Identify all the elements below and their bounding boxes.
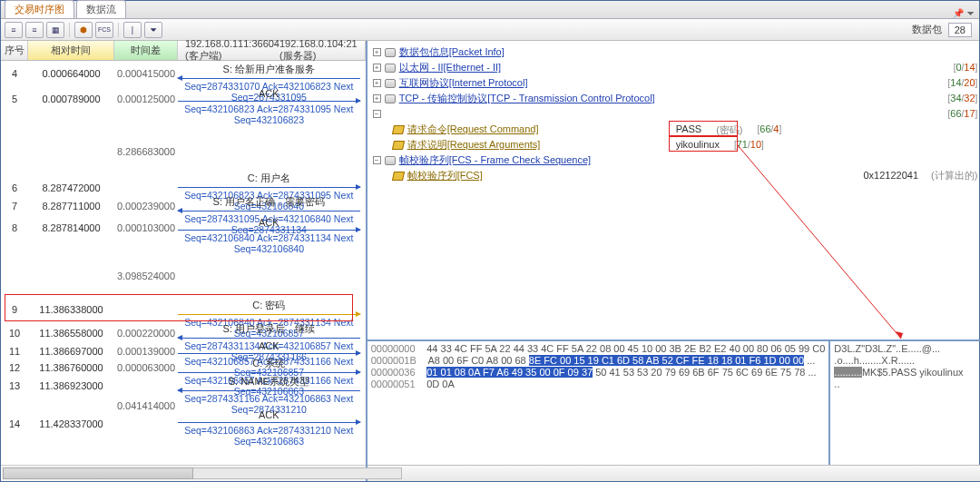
toolbar-label: 数据包: [912, 23, 942, 36]
red-box-args: [669, 136, 738, 152]
tb-btn-1[interactable]: ≡: [5, 22, 23, 38]
tag-icon: [392, 125, 405, 134]
packet-tree: +数据包信息[Packet Info] +以太网 - II[Ethernet -…: [368, 41, 980, 341]
highlight-row: [5, 294, 353, 321]
tab-sequence[interactable]: 交易时序图: [5, 0, 74, 18]
col-delta[interactable]: 时间差: [114, 41, 178, 60]
tag-icon: [392, 141, 405, 150]
tb-btn-drop[interactable]: ⏷: [144, 22, 162, 38]
tree-tcp[interactable]: +TCP - 传输控制协议[TCP - Transmission Control…: [373, 91, 978, 106]
seq-arrow[interactable]: ACKSeq=432106823 Ack=2874331095 Next Seq…: [178, 88, 360, 125]
app-root: 交易时序图 数据流 📌 ⏷ ≡ ≡ ▦ ⬢ FCS | ⏷ 数据包 28 序号 …: [0, 0, 980, 482]
left-scrollbar[interactable]: [1, 465, 366, 481]
toolbar-value: 28: [948, 23, 972, 37]
tag-icon: [392, 172, 405, 181]
tb-btn-3[interactable]: ▦: [46, 22, 64, 38]
tb-btn-pipe[interactable]: |: [123, 22, 142, 38]
red-box-pass: [669, 121, 738, 136]
toolbar: ≡ ≡ ▦ ⬢ FCS | ⏷ 数据包 28: [1, 19, 979, 41]
right-pane: +数据包信息[Packet Info] +以太网 - II[Ethernet -…: [368, 41, 980, 481]
seq-arrow[interactable]: ACKSeq=432106863 Ack=2874331210 Next Seq…: [178, 409, 360, 447]
client-ep: 192.168.0.111:36604 (客户端): [185, 38, 279, 63]
top-tabs: 交易时序图 数据流 📌 ⏷: [1, 1, 979, 19]
tree-fcs-val[interactable]: 帧校验序列[FCS]0x12122041(计算出的): [373, 168, 978, 183]
tb-btn-2[interactable]: ≡: [25, 22, 44, 38]
tb-btn-hex[interactable]: ⬢: [74, 22, 93, 38]
tree-packetinfo[interactable]: +数据包信息[Packet Info]: [373, 44, 978, 60]
db-icon: [385, 79, 396, 88]
col-endpoints: 192.168.0.111:36604 (客户端) 192.168.0.104:…: [178, 41, 366, 60]
tb-btn-fcs[interactable]: FCS: [95, 22, 113, 38]
db-icon: [385, 94, 396, 103]
tab-dataflow[interactable]: 数据流: [76, 0, 126, 18]
left-pane: 序号 相对时间 时间差 192.168.0.111:36604 (客户端) 19…: [1, 41, 368, 481]
col-reltime[interactable]: 相对时间: [28, 41, 114, 60]
ascii-dump[interactable]: D3L.Z"D3L.Z"..E.....@... .o....h........…: [828, 341, 980, 465]
hex-dump[interactable]: 00000000 44 33 4C FF 5A 22 44 33 4C FF 5…: [368, 341, 829, 465]
tree-ethernet[interactable]: +以太网 - II[Ethernet - II][0/14]: [373, 60, 978, 75]
server-ep: 192.168.0.104:21 (服务器): [279, 38, 358, 63]
tree-blank[interactable]: −[66/17]: [373, 106, 978, 122]
left-body: 40.0006640000.00041500050.0007890000.000…: [1, 61, 366, 465]
db-icon: [385, 156, 396, 165]
tree-fcs[interactable]: −帧校验序列[FCS - Frame Check Sequence]: [373, 152, 978, 168]
svg-marker-1: [896, 331, 903, 339]
tree-ip[interactable]: +互联网协议[Internet Protocol][14/20]: [373, 75, 978, 91]
db-icon: [385, 48, 396, 57]
sequence-area: S: 给新用户准备服务Seq=2874331070 Ack=432106823 …: [178, 61, 360, 465]
left-header: 序号 相对时间 时间差 192.168.0.111:36604 (客户端) 19…: [1, 41, 366, 61]
right-footer: [368, 465, 980, 481]
col-index[interactable]: 序号: [1, 41, 28, 60]
hex-pane: 00000000 44 33 4C FF 5A 22 44 33 4C FF 5…: [368, 341, 980, 465]
db-icon: [385, 64, 396, 73]
seq-arrow[interactable]: ACKSeq=432106840 Ack=2874331134 Next Seq…: [178, 217, 360, 254]
pin-icon[interactable]: 📌 ⏷: [953, 8, 975, 18]
